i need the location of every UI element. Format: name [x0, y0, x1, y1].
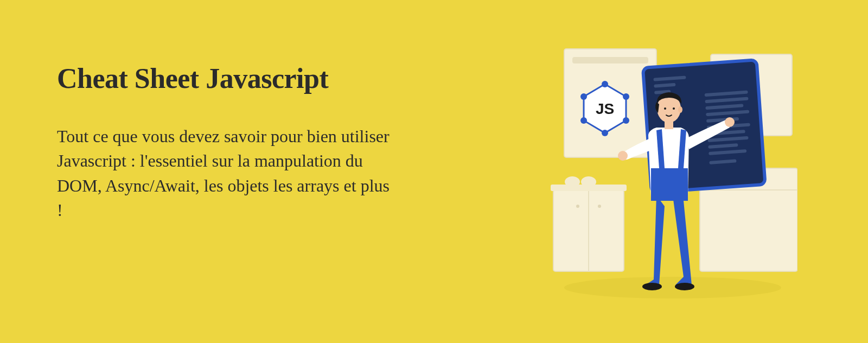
- svg-point-10: [576, 205, 579, 208]
- svg-point-31: [623, 117, 629, 124]
- svg-point-37: [618, 151, 628, 161]
- svg-point-35: [642, 283, 662, 290]
- svg-point-11: [598, 205, 601, 208]
- svg-point-38: [725, 117, 735, 127]
- svg-point-32: [602, 130, 608, 136]
- svg-point-34: [580, 93, 587, 100]
- svg-rect-1: [572, 57, 648, 63]
- hero-description: Tout ce que vous devez savoir pour bien …: [57, 124, 393, 223]
- svg-point-9: [581, 176, 596, 187]
- svg-point-36: [675, 283, 694, 290]
- svg-point-42: [673, 107, 675, 110]
- svg-point-29: [602, 81, 608, 87]
- svg-point-33: [580, 117, 587, 124]
- hero-title: Cheat Sheet Javascript: [57, 62, 393, 94]
- svg-point-30: [623, 93, 629, 100]
- svg-point-41: [664, 107, 666, 110]
- svg-point-43: [678, 106, 682, 113]
- js-badge-text: JS: [596, 100, 614, 117]
- svg-point-8: [565, 176, 580, 187]
- svg-point-12: [564, 277, 781, 298]
- hero-illustration: JS: [548, 43, 797, 304]
